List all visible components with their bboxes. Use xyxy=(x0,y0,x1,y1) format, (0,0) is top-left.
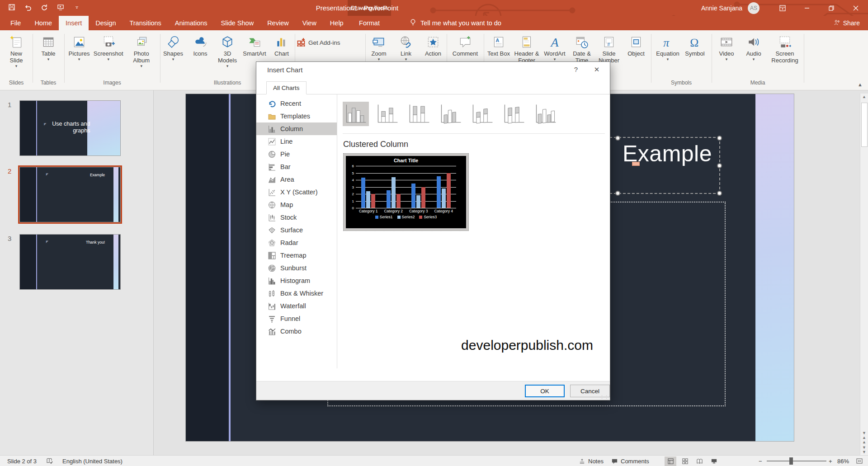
tab-home[interactable]: Home xyxy=(28,16,59,30)
tab-review[interactable]: Review xyxy=(260,16,296,30)
slideshow-view-button[interactable] xyxy=(708,457,720,466)
ribbon-display-options-icon[interactable] xyxy=(770,0,795,16)
chart-type-templates[interactable]: Templates xyxy=(256,110,337,122)
collapse-ribbon-icon[interactable]: ▲ xyxy=(858,82,863,87)
chart-type-recent[interactable]: Recent xyxy=(256,97,337,110)
slide-indicator[interactable]: Slide 2 of 3 xyxy=(7,456,37,466)
get-add-ins-button[interactable]: Get Add-ins xyxy=(297,38,363,48)
chart-type-column[interactable]: Column xyxy=(256,122,337,135)
chart-type-pie[interactable]: Pie xyxy=(256,148,337,160)
zoom-percentage[interactable]: 86% xyxy=(837,456,849,466)
shapes-button[interactable]: Shapes▾ xyxy=(160,32,186,61)
symbol-button[interactable]: ΩSymbol xyxy=(682,32,708,58)
screen-recording-button[interactable]: Screen Recording xyxy=(768,32,802,65)
header-footer-button[interactable]: Header & Footer xyxy=(513,32,541,65)
chart-button[interactable]: Chart xyxy=(269,32,295,58)
equation-button[interactable]: πEquation▾ xyxy=(655,32,681,61)
dialog-help-icon[interactable]: ? xyxy=(569,66,583,73)
chart-type-waterfall[interactable]: Waterfall xyxy=(256,300,337,312)
save-icon[interactable] xyxy=(7,3,16,12)
smartart-button[interactable]: SmartArt xyxy=(241,32,268,58)
normal-view-button[interactable] xyxy=(665,457,676,466)
slide-thumbnail-1[interactable]: 1◤Use charts andgraphs xyxy=(19,100,121,156)
selection-handle[interactable] xyxy=(615,191,620,196)
ok-button[interactable]: OK xyxy=(525,385,565,397)
chart-type-treemap[interactable]: Treemap xyxy=(256,249,337,262)
tab-view[interactable]: View xyxy=(296,16,323,30)
vertical-scrollbar[interactable]: ▲ ▼ ▲▲ ▼▼ xyxy=(860,94,868,455)
photo-album-button[interactable]: Photo Album▾ xyxy=(124,32,158,68)
next-slide-icon[interactable]: ▼▼ xyxy=(860,445,868,454)
wordart-button[interactable]: AWordArt▾ xyxy=(542,32,568,61)
tab-slide-show[interactable]: Slide Show xyxy=(214,16,261,30)
tab-help[interactable]: Help xyxy=(323,16,350,30)
link-button[interactable]: Link▾ xyxy=(393,32,419,61)
3d-models-button[interactable]: 3D Models▾ xyxy=(214,32,241,68)
resize-grip[interactable]: ⋮⋮ xyxy=(600,395,609,399)
previous-slide-icon[interactable]: ▲▲ xyxy=(860,435,868,444)
audio-button[interactable]: Audio▾ xyxy=(741,32,767,61)
new-slide-button[interactable]: New Slide▾ xyxy=(2,32,31,68)
share-button[interactable]: Share xyxy=(834,16,860,30)
selection-handle[interactable] xyxy=(717,191,722,196)
selection-handle[interactable] xyxy=(717,163,722,168)
zoom-slider-thumb[interactable] xyxy=(789,457,793,465)
chart-type-radar[interactable]: Radar xyxy=(256,236,337,249)
chart-type-surface[interactable]: Surface xyxy=(256,224,337,236)
slide-sorter-view-button[interactable] xyxy=(679,457,691,466)
chart-type-area[interactable]: Area xyxy=(256,173,337,186)
dialog-title-bar[interactable]: Insert Chart ? ✕ xyxy=(256,62,610,78)
screenshot-button[interactable]: Screenshot▾ xyxy=(93,32,123,61)
customize-qat-icon[interactable] xyxy=(72,3,81,12)
subtype-3d-clustered-icon[interactable] xyxy=(438,102,464,126)
close-icon[interactable] xyxy=(844,0,868,16)
subtype-3d-stacked100-icon[interactable] xyxy=(501,102,527,126)
minimize-icon[interactable] xyxy=(795,0,819,16)
chart-preview[interactable]: Chart Title0123456Category 1Category 2Ca… xyxy=(343,153,469,231)
subtype-stacked100-icon[interactable] xyxy=(406,102,432,126)
icons-button[interactable]: Icons xyxy=(187,32,213,58)
spellcheck-icon[interactable] xyxy=(46,456,53,466)
table-button[interactable]: Table▾ xyxy=(35,32,61,61)
zoom-out-button[interactable]: − xyxy=(759,456,762,466)
scrollbar-thumb[interactable] xyxy=(861,103,868,147)
tab-design[interactable]: Design xyxy=(89,16,123,30)
comments-toggle[interactable]: Comments xyxy=(611,456,649,466)
redo-icon[interactable] xyxy=(40,3,49,12)
pictures-button[interactable]: Pictures▾ xyxy=(66,32,92,61)
chart-type-line[interactable]: Line xyxy=(256,135,337,148)
start-slideshow-icon[interactable] xyxy=(56,3,65,12)
fit-to-window-icon[interactable] xyxy=(856,456,863,466)
dialog-close-icon[interactable]: ✕ xyxy=(590,66,604,74)
chart-type-combo[interactable]: Combo xyxy=(256,325,337,338)
video-button[interactable]: Video▾ xyxy=(713,32,740,61)
subtype-clustered-icon[interactable] xyxy=(343,102,369,126)
slide-number-button[interactable]: #Slide Number xyxy=(596,32,622,65)
tab-transitions[interactable]: Transitions xyxy=(123,16,168,30)
reading-view-button[interactable] xyxy=(693,457,705,466)
chart-type-box-whisker[interactable]: Box & Whisker xyxy=(256,287,337,300)
undo-icon[interactable] xyxy=(24,3,33,12)
scroll-up-icon[interactable]: ▲ xyxy=(860,94,868,99)
tab-animations[interactable]: Animations xyxy=(168,16,214,30)
tab-file[interactable]: File xyxy=(4,16,28,30)
subtype-3d-stacked-icon[interactable] xyxy=(469,102,495,126)
subtype-3d-column-icon[interactable] xyxy=(533,102,559,126)
selection-handle[interactable] xyxy=(615,136,620,141)
chart-type-x-y-scatter-[interactable]: X Y (Scatter) xyxy=(256,186,337,198)
zoom-button[interactable]: Zoom▾ xyxy=(366,32,392,61)
object-button[interactable]: Object xyxy=(623,32,649,58)
scroll-down-icon[interactable]: ▼ xyxy=(860,431,868,435)
tab-format[interactable]: Format xyxy=(348,16,391,30)
selection-handle[interactable] xyxy=(717,136,722,141)
tab-all-charts[interactable]: All Charts xyxy=(266,81,307,94)
chart-type-sunburst[interactable]: Sunburst xyxy=(256,262,337,274)
slide-thumbnail-3[interactable]: 3◤Thank you! xyxy=(19,234,121,290)
tell-me-box[interactable]: Tell me what you want to do xyxy=(409,16,501,30)
comment-button[interactable]: Comment xyxy=(451,32,479,58)
subtype-stacked-icon[interactable] xyxy=(374,102,401,126)
avatar[interactable]: AS xyxy=(748,2,760,14)
action-button[interactable]: Action xyxy=(420,32,446,58)
chart-type-histogram[interactable]: Histogram xyxy=(256,274,337,287)
restore-icon[interactable] xyxy=(819,0,844,16)
